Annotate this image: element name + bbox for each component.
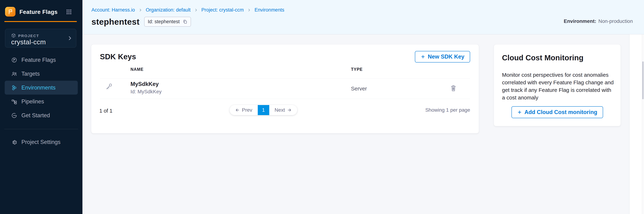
plus-icon (421, 54, 425, 59)
project-label: PROJECT (18, 34, 39, 38)
trash-icon (450, 85, 457, 92)
copy-icon[interactable] (182, 19, 187, 24)
project-name: crystal-ccm (11, 38, 46, 46)
sidebar-settings: Project Settings (0, 135, 82, 149)
breadcrumb-environments[interactable]: Environments (254, 7, 284, 13)
sdk-key-name[interactable]: MySdkKey (130, 81, 159, 87)
flag-circle-icon (11, 57, 17, 63)
next-page-button[interactable]: Next (269, 105, 297, 115)
title-row: stephentest Id: stephentest (92, 15, 191, 28)
app-title: Feature Flags (20, 9, 58, 15)
sdk-keys-title: SDK Keys (100, 52, 136, 61)
page-indicator: 1 of 1 (99, 108, 112, 114)
add-cloud-cost-button[interactable]: Add Cloud Cost monitoring (512, 106, 603, 118)
scrollbar-track[interactable] (642, 34, 644, 214)
feature-flags-logo (5, 7, 16, 17)
page-number-button[interactable]: 1 (258, 105, 269, 115)
people-icon (11, 71, 17, 77)
arrow-right-icon (287, 108, 292, 112)
column-header-name: NAME (130, 67, 144, 72)
chevron-right-icon (67, 36, 72, 41)
delete-sdk-key-button[interactable] (449, 83, 458, 93)
hexagons-icon (11, 85, 17, 91)
sidebar-item-get-started[interactable]: Get Started (5, 108, 78, 122)
environment-type-value: Non-production (598, 18, 633, 24)
sdk-keys-header: SDK Keys New SDK Key (100, 51, 470, 63)
new-sdk-key-button[interactable]: New SDK Key (415, 51, 470, 63)
sidebar-item-label: Feature Flags (22, 57, 56, 63)
sdk-keys-card: SDK Keys New SDK Key NAME TYPE MySdkKey … (91, 45, 479, 133)
cloud-cost-card: Cloud Cost Monitoring Monitor cost persp… (494, 45, 620, 126)
sidebar-item-pipelines[interactable]: Pipelines (5, 95, 78, 108)
new-sdk-key-label: New SDK Key (428, 54, 464, 60)
chevron-right-icon (194, 8, 198, 12)
gear-icon (11, 139, 17, 145)
table-divider (100, 78, 470, 79)
chevron-right-icon (138, 8, 142, 12)
pipeline-icon (11, 99, 17, 105)
sidebar-item-project-settings[interactable]: Project Settings (5, 135, 78, 149)
cloud-cost-description: Monitor cost perspectives for cost anoma… (502, 71, 614, 101)
prev-page-button[interactable]: Prev (230, 105, 258, 115)
sidebar-item-targets[interactable]: Targets (5, 67, 78, 81)
project-selector[interactable]: PROJECT crystal-ccm (5, 29, 76, 48)
breadcrumb-organization[interactable]: Organization: default (146, 7, 190, 13)
breadcrumb-account[interactable]: Account: Harness.io (92, 7, 135, 13)
sidebar-item-label: Pipelines (22, 98, 44, 105)
sidebar: Feature Flags PROJECT crystal-ccm (0, 0, 82, 214)
environment-info: Environment: Non-production (564, 18, 633, 24)
cloud-cost-title: Cloud Cost Monitoring (502, 54, 584, 62)
breadcrumb: Account: Harness.io Organization: defaul… (92, 7, 284, 13)
sdk-key-id: Id: MySdkKey (130, 89, 162, 95)
sidebar-item-label: Get Started (22, 112, 50, 119)
prev-label: Prev (242, 107, 252, 113)
sidebar-item-feature-flags[interactable]: Feature Flags (5, 53, 78, 67)
arrow-left-icon (235, 108, 240, 112)
add-cloud-cost-label: Add Cloud Cost monitoring (524, 109, 598, 115)
plus-icon (517, 110, 522, 115)
page-header: Account: Harness.io Organization: defaul… (82, 0, 644, 34)
showing-per-page: Showing 1 per page (425, 107, 470, 113)
pagination: Prev 1 Next (230, 105, 297, 115)
chevron-right-icon (247, 8, 251, 12)
project-cube-icon (11, 33, 16, 38)
get-started-icon (11, 112, 17, 119)
table-divider (100, 99, 470, 99)
module-accent-line (4, 21, 77, 22)
environment-label: Environment: (564, 18, 596, 24)
app-switcher-grid-icon[interactable] (66, 9, 72, 15)
sidebar-item-environments[interactable]: Environments (5, 81, 78, 95)
breadcrumb-project[interactable]: Project: crystal-ccm (202, 7, 244, 13)
sidebar-item-label: Environments (22, 85, 56, 91)
sidebar-item-label: Targets (22, 71, 40, 77)
sdk-key-type: Server (351, 86, 367, 92)
page-title: stephentest (92, 17, 140, 27)
scrollbar-thumb[interactable] (642, 61, 644, 99)
sdk-key-icon (105, 83, 113, 91)
environment-id-text: Id: stephentest (148, 19, 180, 25)
flag-icon (7, 9, 13, 15)
sidebar-divider (4, 129, 78, 129)
environment-id-badge: Id: stephentest (144, 17, 191, 27)
sidebar-nav: Feature Flags Targets Env (0, 53, 82, 122)
column-header-type: TYPE (351, 67, 363, 72)
sidebar-item-label: Project Settings (22, 139, 60, 145)
next-label: Next (275, 107, 285, 113)
